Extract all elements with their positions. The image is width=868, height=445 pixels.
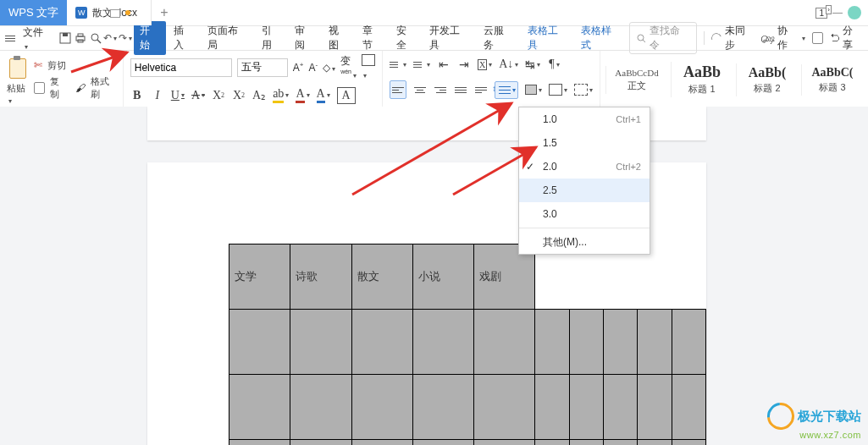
numbering-button[interactable]: ▾ <box>413 57 430 72</box>
font-name-select[interactable] <box>130 58 232 77</box>
svg-line-6 <box>97 40 101 43</box>
share-button[interactable]: ⮌ 分享 <box>830 24 863 52</box>
brush-icon: 🖌 <box>75 82 86 94</box>
svg-rect-3 <box>78 34 83 36</box>
unsaved-indicator <box>125 10 130 15</box>
font-color-button[interactable]: A▾ <box>296 88 309 103</box>
file-menu[interactable]: 文件 ▾ <box>17 23 57 54</box>
window-count-badge[interactable]: 1› <box>815 8 827 19</box>
menu-bar: 文件 ▾ ↶▾ ↷▾ 开始 插入 页面布局 引用 审阅 视图 章节 安全 开发工… <box>0 26 868 51</box>
align-justify-button[interactable] <box>454 82 467 97</box>
paste-icon[interactable] <box>7 55 29 79</box>
tab-cloud[interactable]: 云服务 <box>478 21 520 55</box>
strikethrough-button[interactable]: A▾ <box>191 88 205 103</box>
document-canvas[interactable]: 文学 诗歌 散文 小说 戏剧 <box>0 107 868 445</box>
tab-sections[interactable]: 章节 <box>357 21 389 55</box>
style-heading2[interactable]: AaBb( 标题 2 <box>736 63 798 96</box>
char-border-button[interactable]: ▾ <box>362 54 375 80</box>
superscript-button[interactable]: X2 <box>212 88 225 103</box>
svg-line-8 <box>643 40 645 42</box>
save-icon[interactable] <box>58 31 72 45</box>
font-size-select[interactable] <box>237 58 288 77</box>
increase-font-button[interactable]: A+ <box>293 61 304 74</box>
italic-button[interactable]: I <box>151 88 164 103</box>
table-row[interactable] <box>229 375 706 440</box>
cut-button[interactable]: ✄剪切 <box>34 59 116 72</box>
borders-button[interactable]: ▾ <box>549 82 567 97</box>
tab-developer[interactable]: 开发工具 <box>423 21 476 55</box>
decrease-font-button[interactable]: A- <box>308 61 318 74</box>
line-spacing-option[interactable]: 2.5 <box>519 179 650 202</box>
line-spacing-option[interactable]: 1.5 <box>519 131 650 155</box>
font-color2-button[interactable]: A▾ <box>317 88 330 103</box>
align-right-button[interactable] <box>434 82 447 97</box>
user-avatar[interactable] <box>848 6 861 19</box>
redo-icon[interactable]: ↷▾ <box>119 31 132 45</box>
underline-button[interactable]: U▾ <box>171 88 185 103</box>
tab-table-styles[interactable]: 表格样式 <box>575 21 628 55</box>
tab-references[interactable]: 引用 <box>256 21 288 55</box>
table-row[interactable] <box>229 440 706 446</box>
style-heading3[interactable]: AaBbC( 标题 3 <box>801 64 863 96</box>
para-layout-button[interactable]: ▾ <box>574 82 593 97</box>
copy-button[interactable]: 复制 <box>34 75 67 101</box>
sort-button[interactable]: A↓▾ <box>499 57 518 72</box>
tab-view[interactable]: 视图 <box>323 21 355 55</box>
table-cell[interactable]: 小说 <box>412 244 473 310</box>
highlight-button[interactable]: ab▾ <box>273 88 289 103</box>
people-icon: ௸ <box>761 32 775 44</box>
command-search[interactable]: 查找命令 <box>629 22 697 54</box>
align-center-button[interactable] <box>413 82 427 97</box>
line-spacing-option[interactable]: 3.0 <box>519 202 650 226</box>
distribute-button[interactable] <box>474 82 488 97</box>
clear-format-button[interactable]: ◇▾ <box>323 62 335 74</box>
presentation-mode-icon[interactable] <box>110 9 120 18</box>
tab-insert[interactable]: 插入 <box>168 21 200 55</box>
increase-indent-button[interactable]: ⇥ <box>457 57 471 72</box>
text-direction-button[interactable]: X▾ <box>478 57 492 72</box>
shading-button[interactable]: ▾ <box>525 82 542 97</box>
subscript-button[interactable]: X2 <box>232 88 246 103</box>
tab-review[interactable]: 审阅 <box>289 21 321 55</box>
check-icon: ✓ <box>526 161 534 173</box>
tab-settings-button[interactable]: ↹▾ <box>525 57 540 72</box>
tab-home[interactable]: 开始 <box>134 21 166 55</box>
table-cell[interactable]: 散文 <box>351 244 412 310</box>
tab-security[interactable]: 安全 <box>390 21 423 55</box>
settings-icon[interactable] <box>812 32 824 44</box>
group-styles: AaBbCcDd 正文 AaBb 标题 1 AaBb( 标题 2 AaBbC( … <box>600 51 868 108</box>
sync-status[interactable]: 未同步 <box>711 24 755 52</box>
change-case-button[interactable]: A₂ <box>252 88 266 103</box>
line-spacing-option[interactable]: ✓ 2.0Ctrl+2 <box>519 155 650 179</box>
undo-icon[interactable]: ↶▾ <box>103 31 117 45</box>
line-spacing-button[interactable]: ▾ <box>495 81 518 99</box>
new-tab-button[interactable]: + <box>152 5 177 20</box>
align-left-button[interactable] <box>390 80 406 99</box>
format-painter-button[interactable]: 🖌格式刷 <box>75 75 115 101</box>
decrease-indent-button[interactable]: ⇤ <box>437 57 451 72</box>
hamburger-icon[interactable] <box>5 34 15 43</box>
collab-button[interactable]: ௸协作▾ <box>761 24 804 52</box>
table-row[interactable] <box>229 310 706 375</box>
preview-icon[interactable] <box>89 31 102 45</box>
show-marks-button[interactable]: ¶▾ <box>547 57 561 72</box>
tab-page-layout[interactable]: 页面布局 <box>202 21 254 55</box>
style-normal[interactable]: AaBbCcDd 正文 <box>605 66 667 94</box>
table-cell[interactable]: 文学 <box>229 244 290 310</box>
style-heading1[interactable]: AaBb 标题 1 <box>671 62 733 97</box>
bold-button[interactable]: B <box>130 88 144 103</box>
document-tab[interactable]: W 散文.docx <box>67 0 152 25</box>
bullets-button[interactable]: ▾ <box>390 57 406 72</box>
line-spacing-other[interactable]: 其他(M)... <box>519 230 650 254</box>
group-clipboard: 粘贴▾ ✄剪切 复制 🖌格式刷 <box>0 51 124 108</box>
phonetic-guide-button[interactable]: 变wén▾ <box>340 54 357 80</box>
print-icon[interactable] <box>74 31 87 45</box>
line-spacing-option[interactable]: 1.0Ctrl+1 <box>519 107 650 131</box>
char-shading-button[interactable]: A <box>337 87 356 104</box>
tab-table-tools[interactable]: 表格工具 <box>522 21 574 55</box>
sync-icon <box>710 31 723 45</box>
table-cell[interactable]: 诗歌 <box>290 244 351 310</box>
document-table[interactable]: 文学 诗歌 散文 小说 戏剧 <box>229 244 706 445</box>
svg-point-7 <box>638 35 644 41</box>
paste-button[interactable]: 粘贴▾ <box>7 82 29 105</box>
